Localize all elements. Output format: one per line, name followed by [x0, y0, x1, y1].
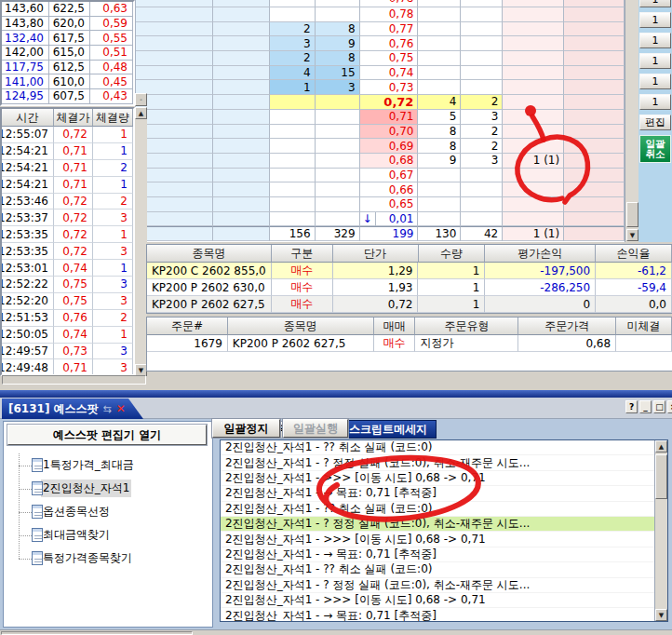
order-book-cell[interactable]	[564, 212, 625, 227]
order-book-cell[interactable]	[564, 139, 625, 154]
tree-item[interactable]: 최대금액찾기	[11, 523, 208, 547]
order-book-cell[interactable]	[503, 197, 564, 212]
order-book-cell[interactable]	[461, 22, 503, 37]
message-tab[interactable]: 스크립트메세지	[340, 420, 437, 439]
order-book-cell[interactable]	[213, 154, 270, 169]
order-book-cell[interactable]: 0,67	[360, 169, 419, 183]
column-header[interactable]: 구분	[272, 245, 333, 263]
order-book-cell[interactable]	[136, 36, 213, 51]
order-book-cell[interactable]: 199	[360, 226, 419, 241]
column-header[interactable]: 종목명	[147, 245, 272, 263]
order-book-cell[interactable]	[136, 66, 213, 81]
order-book-cell[interactable]: 8	[418, 139, 461, 154]
order-book-scrollbar[interactable]: ▼	[625, 0, 638, 242]
order-book-cell[interactable]	[213, 80, 270, 95]
column-header[interactable]: 종목명	[228, 318, 374, 335]
window-control-button[interactable]: ?	[625, 400, 638, 413]
cancel-all-button[interactable]: 일괄 취소	[639, 135, 671, 163]
order-book-cell[interactable]	[213, 226, 270, 241]
column-header[interactable]: 단가	[333, 245, 419, 263]
tab-swap-icon[interactable]: ⇆	[103, 403, 112, 415]
order-book-cell[interactable]	[564, 7, 625, 22]
order-book-cell[interactable]: ↓	[360, 212, 376, 227]
order-book-cell[interactable]	[270, 7, 316, 22]
order-book-cell[interactable]	[213, 36, 270, 51]
order-book-cell[interactable]	[503, 182, 564, 197]
order-book-cell[interactable]: 9	[316, 36, 360, 51]
order-book-cell[interactable]	[461, 7, 503, 22]
order-book-cell[interactable]	[136, 197, 213, 212]
order-book-cell[interactable]	[136, 0, 213, 7]
tree-item[interactable]: 1특정가격_최대금	[11, 453, 208, 477]
order-book-cell[interactable]	[418, 169, 461, 183]
order-book-cell[interactable]	[461, 36, 503, 51]
order-book-cell[interactable]	[213, 169, 270, 183]
order-book-cell[interactable]	[461, 80, 503, 95]
qty-button[interactable]: 1	[639, 12, 671, 28]
order-book-cell[interactable]	[503, 139, 564, 154]
order-book-cell[interactable]	[564, 110, 625, 125]
order-book-cell[interactable]	[270, 169, 316, 183]
order-book-cell[interactable]	[461, 182, 503, 197]
order-book-cell[interactable]	[316, 182, 360, 197]
order-book-cell[interactable]: 0,75	[360, 51, 419, 66]
order-book-cell[interactable]	[270, 110, 316, 125]
log-line[interactable]: 2진입청산_자석1 - → 목표: 0,71 [추적중]	[221, 608, 667, 622]
qty-button[interactable]: 1	[639, 33, 671, 48]
log-line[interactable]: 2진입청산_자석1 - ?? 취소 실패 (코드:0)	[221, 440, 667, 455]
order-book-cell[interactable]	[270, 197, 316, 212]
scrollbar-thumb[interactable]	[626, 202, 638, 227]
order-book-cell[interactable]	[564, 197, 625, 212]
order-book-cell[interactable]	[461, 0, 503, 7]
scroll-down-icon[interactable]: ▼	[626, 229, 638, 241]
order-book-cell[interactable]	[461, 212, 503, 227]
order-book-cell[interactable]: 0,72	[360, 95, 419, 110]
order-book-cell[interactable]	[136, 95, 213, 110]
column-header[interactable]: 체결량	[93, 109, 133, 127]
order-book-cell[interactable]	[418, 0, 461, 7]
order-book-cell[interactable]: 0,69	[360, 139, 419, 154]
order-book-cell[interactable]	[316, 7, 360, 22]
order-book-cell[interactable]	[564, 154, 625, 169]
order-book-cell[interactable]	[418, 51, 461, 66]
order-book-cell[interactable]	[564, 80, 625, 95]
order-book-cell[interactable]	[213, 51, 270, 66]
column-header[interactable]: 매매	[374, 318, 416, 335]
order-book-cell[interactable]: 1 (1)	[503, 154, 564, 169]
order-book-cell[interactable]	[136, 22, 213, 37]
order-book-cell[interactable]	[316, 95, 360, 110]
order-row[interactable]: 1679 KP200 P 2602 627,5 매수 지정가 0,68	[147, 335, 672, 352]
quote-scroll-button[interactable]: -	[135, 93, 147, 106]
order-book-cell[interactable]	[503, 36, 564, 51]
order-book-cell[interactable]: 2	[270, 22, 316, 37]
window-tab-6131[interactable]: [6131] 예스스팟 ⇆ ✕	[2, 399, 143, 419]
stop-all-button[interactable]: 일괄정지	[212, 419, 280, 438]
order-book-cell[interactable]	[503, 0, 564, 7]
run-all-button[interactable]: 일괄실행	[283, 419, 348, 438]
order-book-cell[interactable]	[564, 0, 625, 7]
order-book-cell[interactable]: 2	[461, 95, 503, 110]
order-book-cell[interactable]: 2	[461, 139, 503, 154]
tree-item[interactable]: 특정가격종목찾기	[11, 547, 208, 570]
order-book-cell[interactable]: 0,73	[360, 80, 419, 95]
column-header[interactable]: 수량	[419, 245, 486, 263]
order-book-cell[interactable]	[418, 66, 461, 81]
order-book-cell[interactable]	[136, 110, 213, 125]
log-line[interactable]: 2진입청산_자석1 - ? 정정 실패 (코드:0), 취소-재주문 시도...	[221, 455, 667, 470]
order-book-cell[interactable]	[316, 110, 360, 125]
scroll-down-icon[interactable]: ▼	[655, 609, 667, 621]
log-line[interactable]: 2진입청산_자석1 - ? 정정 실패 (코드:0), 취소-재주문 시도...	[221, 578, 667, 593]
tab-close-icon[interactable]: ✕	[116, 402, 126, 415]
order-book-cell[interactable]	[564, 66, 625, 81]
column-header[interactable]: 주문#	[147, 318, 228, 335]
column-header[interactable]: 손익율	[596, 245, 672, 263]
order-book-cell[interactable]	[136, 7, 213, 22]
order-book-cell[interactable]: 0,65	[360, 197, 419, 212]
order-book-cell[interactable]	[136, 51, 213, 66]
order-book-cell[interactable]	[136, 139, 213, 154]
horizontal-scrollbar[interactable]	[2, 375, 146, 385]
position-row[interactable]: KP200 P 2602 630,0 매수 1,93 1 -286,250 -5…	[147, 279, 672, 296]
order-book-cell[interactable]	[270, 154, 316, 169]
order-book-cell[interactable]	[213, 125, 270, 140]
order-book-cell[interactable]: 4	[418, 95, 461, 110]
